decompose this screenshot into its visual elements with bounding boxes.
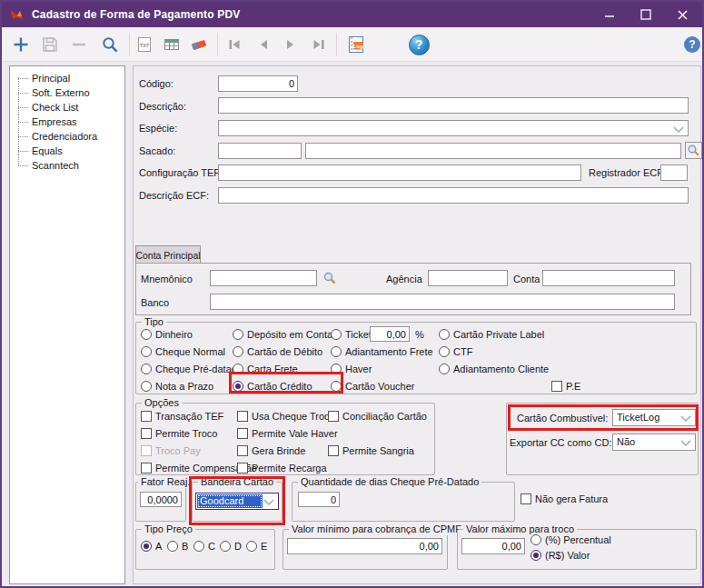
sidebar-item-equals[interactable]: Equals bbox=[10, 144, 124, 158]
radio-cartao-credito[interactable]: Cartão Crédito bbox=[233, 380, 312, 393]
export-txt-icon[interactable]: TXT bbox=[133, 33, 156, 56]
fator-reaj-title: Fator Reaj. bbox=[138, 476, 193, 488]
radio-nota-a-prazo[interactable]: Nota a Prazo bbox=[141, 380, 213, 393]
radio-cartao-voucher[interactable]: Cartão Voucher bbox=[331, 380, 414, 393]
agencia-input[interactable] bbox=[428, 270, 508, 286]
checkbox-permite-sangria[interactable]: Permite Sangria bbox=[328, 444, 414, 457]
nav-first-icon[interactable] bbox=[223, 33, 246, 56]
radio-dinheiro[interactable]: Dinheiro bbox=[141, 328, 193, 341]
codigo-input[interactable] bbox=[218, 75, 298, 92]
delete-record-icon[interactable] bbox=[67, 33, 91, 56]
radio-cartao-de-debito[interactable]: Cartão de Débito bbox=[233, 345, 322, 358]
qtd-dias-input[interactable] bbox=[298, 492, 340, 507]
radio-ticket[interactable]: Ticket bbox=[331, 328, 372, 341]
checkbox-transacao-tef[interactable]: Transação TEF bbox=[141, 410, 223, 423]
help-secondary-icon[interactable] bbox=[680, 33, 704, 56]
codigo-label: Código: bbox=[139, 78, 174, 89]
qtd-dias-title: Quantidade de dias Cheque Pré-Datado bbox=[298, 476, 481, 488]
tab-label: Conta Principal bbox=[135, 250, 200, 261]
radio-adiantamento-frete[interactable]: Adiantamento Frete bbox=[331, 345, 433, 358]
radio-cheque-pre-datado[interactable]: Cheque Pré-datado bbox=[141, 363, 243, 375]
registrador-ecf-input[interactable] bbox=[660, 164, 688, 181]
mnemonico-input[interactable] bbox=[210, 270, 317, 286]
valor-minimo-input[interactable] bbox=[287, 538, 442, 554]
radio-deposito-em-conta[interactable]: Depósito em Conta bbox=[233, 328, 332, 341]
especie-select[interactable] bbox=[218, 120, 689, 136]
add-record-icon[interactable] bbox=[9, 33, 33, 56]
eraser-icon[interactable] bbox=[187, 33, 211, 56]
app-window: Cadastro de Forma de Pagamento PDV bbox=[0, 0, 704, 588]
sidebar-item-empresas[interactable]: Empresas bbox=[10, 115, 124, 129]
toolbar-separator bbox=[129, 33, 130, 56]
conta-input[interactable] bbox=[542, 270, 675, 286]
sacado-code-input[interactable] bbox=[218, 143, 302, 159]
nav-prev-icon[interactable] bbox=[252, 33, 275, 56]
tab-conta-principal[interactable]: Conta Principal bbox=[135, 245, 201, 264]
sidebar-item-principal[interactable]: Principal bbox=[10, 71, 124, 85]
radio-carta-frete[interactable]: Carta Frete bbox=[233, 363, 298, 375]
radio-preco-a[interactable]: A bbox=[141, 540, 162, 553]
config-tef-label: Configuração TEF: bbox=[139, 167, 223, 178]
descricao-ecf-input[interactable] bbox=[218, 187, 689, 204]
banco-input[interactable] bbox=[210, 294, 675, 310]
radio-preco-b[interactable]: B bbox=[167, 540, 188, 553]
search-icon[interactable] bbox=[98, 33, 122, 56]
minimize-icon[interactable] bbox=[591, 2, 628, 27]
checkbox-permite-troco[interactable]: Permite Troco bbox=[141, 427, 217, 440]
valor-maximo-input[interactable] bbox=[461, 538, 525, 554]
config-tef-input[interactable] bbox=[218, 164, 581, 181]
checkbox-permite-vale-haver[interactable]: Permite Vale Haver bbox=[237, 427, 338, 440]
radio-cartao-private-label[interactable]: Cartão Private Label bbox=[439, 328, 544, 341]
maximize-icon[interactable] bbox=[628, 2, 664, 27]
radio-haver[interactable]: Haver bbox=[331, 363, 372, 375]
toolbar-separator bbox=[336, 33, 337, 56]
banco-label: Banco bbox=[141, 297, 169, 308]
save-icon[interactable] bbox=[38, 33, 62, 56]
especie-label: Espécie: bbox=[139, 123, 177, 134]
checkbox-gera-brinde[interactable]: Gera Brinde bbox=[237, 444, 305, 457]
checkbox-usa-cheque-troco[interactable]: Usa Cheque Troco bbox=[237, 410, 335, 423]
grid-view-icon[interactable] bbox=[160, 33, 183, 56]
radio-preco-d[interactable]: D bbox=[220, 540, 242, 553]
sidebar-item-soft-externo[interactable]: Soft. Externo bbox=[10, 85, 124, 100]
opcoes-group-title: Opções bbox=[142, 397, 182, 409]
magnifier-icon bbox=[687, 144, 700, 157]
radio-ctf[interactable]: CTF bbox=[439, 345, 472, 358]
radio-percentual[interactable]: (%) Percentual bbox=[530, 533, 611, 546]
sidebar-item-check-list[interactable]: Check List bbox=[10, 100, 124, 115]
checkbox-pe[interactable]: P.E bbox=[551, 380, 580, 393]
radio-cheque-normal[interactable]: Cheque Normal bbox=[141, 345, 225, 358]
sacado-name-input[interactable] bbox=[305, 143, 681, 159]
radio-adiantamento-cliente[interactable]: Adiantamento Cliente bbox=[439, 363, 549, 375]
fator-reaj-input[interactable] bbox=[140, 492, 182, 507]
bandeira-cartao-value: Goodcard bbox=[197, 494, 263, 508]
sidebar-item-scanntech[interactable]: Scanntech bbox=[10, 158, 124, 173]
radio-preco-e[interactable]: E bbox=[246, 540, 267, 553]
sacado-lookup-button[interactable] bbox=[685, 142, 702, 159]
checkbox-conciliacao-cartao[interactable]: Conciliação Cartão bbox=[328, 410, 427, 423]
nav-next-icon[interactable] bbox=[279, 33, 302, 56]
valor-minimo-title: Valor mínimo para cobrança de CPMF bbox=[289, 523, 464, 535]
agencia-label: Agência bbox=[386, 274, 422, 284]
bandeira-cartao-select[interactable]: Goodcard bbox=[195, 493, 279, 510]
descricao-input[interactable] bbox=[218, 97, 689, 114]
ticket-percent-input[interactable] bbox=[370, 326, 410, 342]
help-icon[interactable] bbox=[407, 33, 431, 56]
radio-valor[interactable]: (R$) Valor bbox=[530, 549, 590, 562]
close-icon[interactable] bbox=[664, 2, 700, 27]
log-icon[interactable]: Log bbox=[344, 33, 368, 56]
main-form-panel: Código: Descrição: Espécie: Sacado: Conf… bbox=[133, 65, 701, 584]
bandeira-cartao-title: Bandeira Cartão bbox=[198, 476, 276, 488]
svg-text:TXT: TXT bbox=[140, 43, 150, 48]
exportar-cc-select[interactable]: Não bbox=[612, 434, 696, 451]
nav-last-icon[interactable] bbox=[307, 33, 331, 56]
checkbox-permite-recarga[interactable]: Permite Recarga bbox=[237, 462, 327, 474]
toolbar-separator bbox=[217, 33, 218, 56]
cartao-combustivel-select[interactable]: TicketLog bbox=[612, 409, 696, 426]
cartao-combustivel-value: TicketLog bbox=[617, 412, 659, 423]
mnemonico-lookup-icon[interactable] bbox=[322, 271, 337, 285]
sidebar-item-credenciadora[interactable]: Credenciadora bbox=[10, 129, 124, 144]
mnemonico-label: Mnemônico bbox=[141, 274, 193, 284]
radio-preco-c[interactable]: C bbox=[193, 540, 215, 553]
checkbox-nao-gera-fatura[interactable]: Não gera Fatura bbox=[521, 493, 608, 505]
